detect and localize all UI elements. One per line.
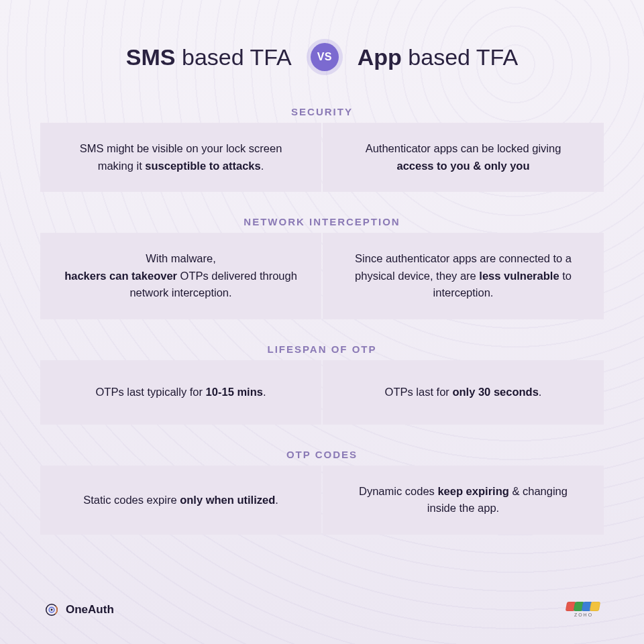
title-right: App based TFA bbox=[358, 44, 518, 70]
cell-sms: With malware,hackers can takeover OTPs d… bbox=[40, 233, 321, 319]
title-left-bold: SMS bbox=[126, 44, 176, 70]
section-0: SECURITYSMS might be visible on your loc… bbox=[40, 106, 604, 192]
brand-zoho: ZOHO bbox=[568, 602, 600, 617]
cell-app: Dynamic codes keep expiring & changing i… bbox=[323, 466, 604, 535]
section-1: NETWORK INTERCEPTIONWith malware,hackers… bbox=[40, 216, 604, 319]
brand-zoho-label: ZOHO bbox=[574, 612, 593, 617]
sections-container: SECURITYSMS might be visible on your loc… bbox=[40, 106, 604, 579]
vs-badge: VS bbox=[311, 43, 339, 71]
zoho-icon bbox=[568, 602, 600, 611]
zoho-box bbox=[590, 602, 600, 611]
title-right-bold: App bbox=[358, 44, 402, 70]
infographic-page: SMS based TFA VS App based TFA SECURITYS… bbox=[0, 0, 644, 644]
oneauth-icon bbox=[44, 602, 59, 617]
comparison-row: Static codes expire only when utilized.D… bbox=[40, 466, 604, 535]
cell-sms: SMS might be visible on your lock screen… bbox=[40, 123, 321, 192]
cell-app: Since authenticator apps are connected t… bbox=[323, 233, 604, 319]
svg-point-3 bbox=[51, 608, 53, 610]
brand-oneauth: OneAuth bbox=[44, 602, 114, 617]
vs-label: VS bbox=[317, 51, 332, 63]
brand-oneauth-label: OneAuth bbox=[66, 603, 114, 616]
title-right-rest: based TFA bbox=[402, 44, 518, 70]
cell-sms: Static codes expire only when utilized. bbox=[40, 466, 321, 535]
section-label: LIFESPAN OF OTP bbox=[40, 343, 604, 355]
cell-app: Authenticator apps can be locked giving … bbox=[323, 123, 604, 192]
title-left-rest: based TFA bbox=[176, 44, 292, 70]
title-left: SMS based TFA bbox=[126, 44, 292, 70]
section-label: SECURITY bbox=[40, 106, 604, 117]
page-footer: OneAuth ZOHO bbox=[40, 602, 604, 617]
section-label: OTP CODES bbox=[40, 449, 604, 460]
cell-app: OTPs last for only 30 seconds. bbox=[323, 360, 604, 425]
section-label: NETWORK INTERCEPTION bbox=[40, 216, 604, 227]
section-3: OTP CODESStatic codes expire only when u… bbox=[40, 449, 604, 535]
comparison-row: With malware,hackers can takeover OTPs d… bbox=[40, 233, 604, 319]
page-header: SMS based TFA VS App based TFA bbox=[40, 43, 604, 71]
comparison-row: SMS might be visible on your lock screen… bbox=[40, 123, 604, 192]
cell-sms: OTPs last typically for 10-15 mins. bbox=[40, 360, 321, 425]
comparison-row: OTPs last typically for 10-15 mins.OTPs … bbox=[40, 360, 604, 425]
section-2: LIFESPAN OF OTPOTPs last typically for 1… bbox=[40, 343, 604, 425]
